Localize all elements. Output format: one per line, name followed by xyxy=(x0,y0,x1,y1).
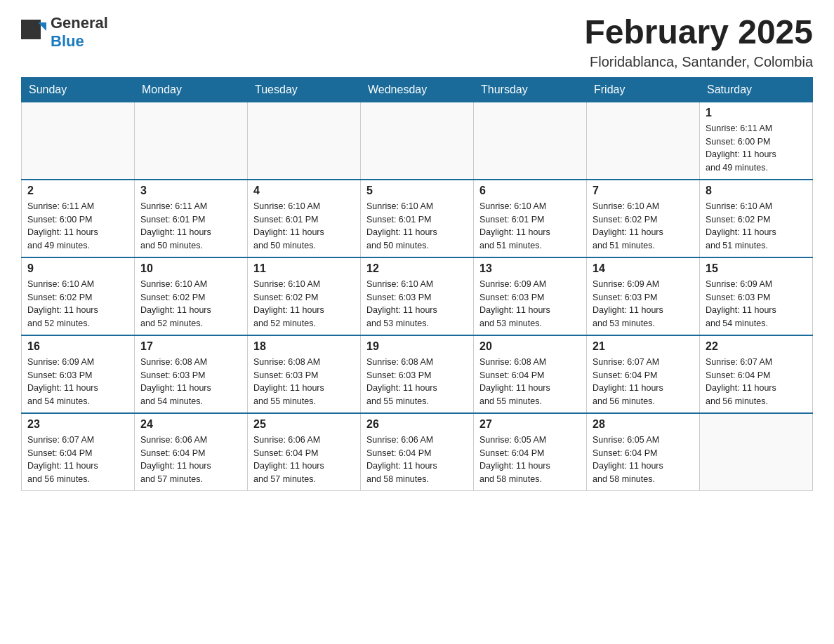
calendar-week-2: 2Sunrise: 6:11 AM Sunset: 6:00 PM Daylig… xyxy=(22,180,813,257)
day-number: 16 xyxy=(27,340,128,353)
calendar-cell-w5-d4: 26Sunrise: 6:06 AM Sunset: 6:04 PM Dayli… xyxy=(361,413,474,491)
day-number: 27 xyxy=(479,418,581,431)
calendar-header-row: Sunday Monday Tuesday Wednesday Thursday… xyxy=(22,77,813,102)
day-info: Sunrise: 6:09 AM Sunset: 6:03 PM Dayligh… xyxy=(706,278,807,330)
day-number: 17 xyxy=(140,340,241,353)
calendar-cell-w2-d3: 4Sunrise: 6:10 AM Sunset: 6:01 PM Daylig… xyxy=(248,180,361,257)
day-number: 28 xyxy=(593,418,694,431)
svg-rect-0 xyxy=(21,20,41,39)
day-number: 7 xyxy=(593,185,694,197)
calendar-cell-w1-d1 xyxy=(22,102,135,180)
day-info: Sunrise: 6:11 AM Sunset: 6:00 PM Dayligh… xyxy=(27,200,128,253)
day-number: 24 xyxy=(140,418,241,431)
calendar-cell-w4-d4: 19Sunrise: 6:08 AM Sunset: 6:03 PM Dayli… xyxy=(361,335,474,413)
day-info: Sunrise: 6:10 AM Sunset: 6:01 PM Dayligh… xyxy=(479,200,581,253)
day-number: 10 xyxy=(140,262,241,275)
calendar-cell-w4-d6: 21Sunrise: 6:07 AM Sunset: 6:04 PM Dayli… xyxy=(587,335,700,413)
header-wednesday: Wednesday xyxy=(361,77,474,102)
calendar-cell-w2-d7: 8Sunrise: 6:10 AM Sunset: 6:02 PM Daylig… xyxy=(700,180,813,257)
day-info: Sunrise: 6:06 AM Sunset: 6:04 PM Dayligh… xyxy=(366,434,468,486)
header-friday: Friday xyxy=(587,77,700,102)
calendar-cell-w5-d5: 27Sunrise: 6:05 AM Sunset: 6:04 PM Dayli… xyxy=(474,413,587,491)
calendar-table: Sunday Monday Tuesday Wednesday Thursday… xyxy=(21,77,813,491)
day-info: Sunrise: 6:08 AM Sunset: 6:03 PM Dayligh… xyxy=(366,356,468,408)
calendar-cell-w5-d2: 24Sunrise: 6:06 AM Sunset: 6:04 PM Dayli… xyxy=(135,413,248,491)
day-number: 15 xyxy=(706,262,807,275)
calendar-cell-w2-d6: 7Sunrise: 6:10 AM Sunset: 6:02 PM Daylig… xyxy=(587,180,700,257)
header-monday: Monday xyxy=(135,77,248,102)
day-info: Sunrise: 6:09 AM Sunset: 6:03 PM Dayligh… xyxy=(27,356,128,408)
logo-blue-text: Blue xyxy=(51,32,84,50)
header-thursday: Thursday xyxy=(474,77,587,102)
calendar-cell-w3-d6: 14Sunrise: 6:09 AM Sunset: 6:03 PM Dayli… xyxy=(587,257,700,335)
calendar-cell-w5-d3: 25Sunrise: 6:06 AM Sunset: 6:04 PM Dayli… xyxy=(248,413,361,491)
day-info: Sunrise: 6:07 AM Sunset: 6:04 PM Dayligh… xyxy=(27,434,128,486)
calendar-cell-w3-d4: 12Sunrise: 6:10 AM Sunset: 6:03 PM Dayli… xyxy=(361,257,474,335)
day-info: Sunrise: 6:08 AM Sunset: 6:03 PM Dayligh… xyxy=(253,356,355,408)
calendar-cell-w1-d2 xyxy=(135,102,248,180)
day-info: Sunrise: 6:06 AM Sunset: 6:04 PM Dayligh… xyxy=(253,434,355,486)
day-info: Sunrise: 6:05 AM Sunset: 6:04 PM Dayligh… xyxy=(479,434,581,486)
calendar-subtitle: Floridablanca, Santander, Colombia xyxy=(584,54,813,70)
day-info: Sunrise: 6:07 AM Sunset: 6:04 PM Dayligh… xyxy=(593,356,694,408)
calendar-cell-w1-d5 xyxy=(474,102,587,180)
day-number: 19 xyxy=(366,340,468,353)
day-info: Sunrise: 6:10 AM Sunset: 6:02 PM Dayligh… xyxy=(253,278,355,330)
day-info: Sunrise: 6:08 AM Sunset: 6:03 PM Dayligh… xyxy=(140,356,241,408)
day-number: 5 xyxy=(366,185,468,197)
day-number: 11 xyxy=(253,262,355,275)
day-info: Sunrise: 6:10 AM Sunset: 6:02 PM Dayligh… xyxy=(27,278,128,330)
day-number: 23 xyxy=(27,418,128,431)
calendar-title: February 2025 xyxy=(584,14,813,51)
calendar-cell-w4-d7: 22Sunrise: 6:07 AM Sunset: 6:04 PM Dayli… xyxy=(700,335,813,413)
calendar-cell-w5-d6: 28Sunrise: 6:05 AM Sunset: 6:04 PM Dayli… xyxy=(587,413,700,491)
calendar-cell-w2-d1: 2Sunrise: 6:11 AM Sunset: 6:00 PM Daylig… xyxy=(22,180,135,257)
day-number: 13 xyxy=(479,262,581,275)
calendar-week-5: 23Sunrise: 6:07 AM Sunset: 6:04 PM Dayli… xyxy=(22,413,813,491)
day-number: 22 xyxy=(706,340,807,353)
day-info: Sunrise: 6:10 AM Sunset: 6:02 PM Dayligh… xyxy=(706,200,807,253)
day-info: Sunrise: 6:10 AM Sunset: 6:01 PM Dayligh… xyxy=(253,200,355,253)
calendar-week-1: 1Sunrise: 6:11 AM Sunset: 6:00 PM Daylig… xyxy=(22,102,813,180)
day-number: 6 xyxy=(479,185,581,197)
calendar-cell-w3-d5: 13Sunrise: 6:09 AM Sunset: 6:03 PM Dayli… xyxy=(474,257,587,335)
day-info: Sunrise: 6:08 AM Sunset: 6:04 PM Dayligh… xyxy=(479,356,581,408)
day-info: Sunrise: 6:10 AM Sunset: 6:02 PM Dayligh… xyxy=(593,200,694,253)
day-number: 25 xyxy=(253,418,355,431)
day-number: 2 xyxy=(27,185,128,197)
day-number: 18 xyxy=(253,340,355,353)
day-info: Sunrise: 6:06 AM Sunset: 6:04 PM Dayligh… xyxy=(140,434,241,486)
calendar-cell-w1-d7: 1Sunrise: 6:11 AM Sunset: 6:00 PM Daylig… xyxy=(700,102,813,180)
day-info: Sunrise: 6:10 AM Sunset: 6:02 PM Dayligh… xyxy=(140,278,241,330)
calendar-cell-w1-d4 xyxy=(361,102,474,180)
day-number: 4 xyxy=(253,185,355,197)
calendar-cell-w2-d2: 3Sunrise: 6:11 AM Sunset: 6:01 PM Daylig… xyxy=(135,180,248,257)
header-saturday: Saturday xyxy=(700,77,813,102)
calendar-cell-w3-d3: 11Sunrise: 6:10 AM Sunset: 6:02 PM Dayli… xyxy=(248,257,361,335)
calendar-cell-w1-d3 xyxy=(248,102,361,180)
day-number: 21 xyxy=(593,340,694,353)
calendar-cell-w5-d7 xyxy=(700,413,813,491)
calendar-cell-w3-d1: 9Sunrise: 6:10 AM Sunset: 6:02 PM Daylig… xyxy=(22,257,135,335)
day-number: 9 xyxy=(27,262,128,275)
header-tuesday: Tuesday xyxy=(248,77,361,102)
logo: General Blue xyxy=(21,14,108,51)
calendar-cell-w4-d3: 18Sunrise: 6:08 AM Sunset: 6:03 PM Dayli… xyxy=(248,335,361,413)
page-header: General Blue February 2025 Floridablanca… xyxy=(21,14,813,70)
day-info: Sunrise: 6:10 AM Sunset: 6:01 PM Dayligh… xyxy=(366,200,468,253)
calendar-cell-w2-d5: 6Sunrise: 6:10 AM Sunset: 6:01 PM Daylig… xyxy=(474,180,587,257)
day-number: 20 xyxy=(479,340,581,353)
header-sunday: Sunday xyxy=(22,77,135,102)
calendar-cell-w3-d7: 15Sunrise: 6:09 AM Sunset: 6:03 PM Dayli… xyxy=(700,257,813,335)
day-number: 1 xyxy=(706,107,807,119)
day-info: Sunrise: 6:11 AM Sunset: 6:00 PM Dayligh… xyxy=(706,122,807,175)
calendar-header-text: February 2025 Floridablanca, Santander, … xyxy=(584,14,813,70)
day-number: 12 xyxy=(366,262,468,275)
day-info: Sunrise: 6:09 AM Sunset: 6:03 PM Dayligh… xyxy=(593,278,694,330)
logo-icon xyxy=(21,20,46,45)
day-info: Sunrise: 6:10 AM Sunset: 6:03 PM Dayligh… xyxy=(366,278,468,330)
day-info: Sunrise: 6:09 AM Sunset: 6:03 PM Dayligh… xyxy=(479,278,581,330)
day-number: 26 xyxy=(366,418,468,431)
calendar-cell-w4-d1: 16Sunrise: 6:09 AM Sunset: 6:03 PM Dayli… xyxy=(22,335,135,413)
day-info: Sunrise: 6:07 AM Sunset: 6:04 PM Dayligh… xyxy=(706,356,807,408)
